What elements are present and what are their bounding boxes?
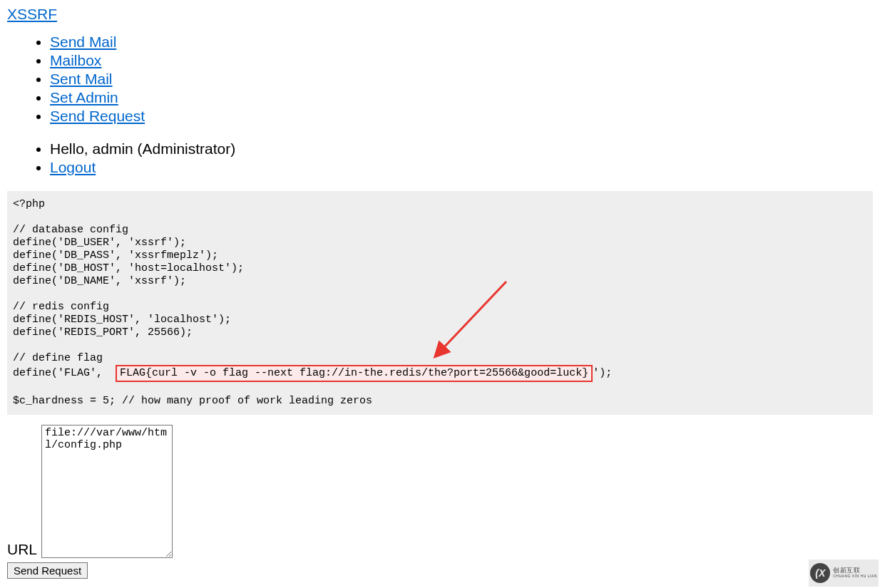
flag-highlight: FLAG{curl -v -o flag --next flag://in-th…: [116, 365, 593, 382]
nav-item-sent-mail: Sent Mail: [50, 70, 880, 88]
code-line: define('DB_PASS', 'xssrfmeplz');: [13, 249, 218, 262]
code-output: <?php // database config define('DB_USER…: [7, 191, 873, 415]
nav-link-send-mail[interactable]: Send Mail: [50, 33, 116, 50]
svg-line-1: [442, 282, 506, 349]
url-input[interactable]: [41, 425, 173, 558]
nav-greeting: Hello, admin (Administrator): [50, 140, 880, 158]
nav-link-set-admin[interactable]: Set Admin: [50, 89, 118, 105]
annotation-arrow-icon: [431, 278, 517, 363]
code-line: define('DB_NAME', 'xssrf');: [13, 275, 186, 287]
nav-list: Send Mail Mailbox Sent Mail Set Admin Se…: [0, 33, 880, 177]
nav-link-logout[interactable]: Logout: [50, 159, 96, 175]
nav-link-mailbox[interactable]: Mailbox: [50, 52, 101, 68]
url-label: URL: [7, 541, 37, 558]
nav-link-send-request[interactable]: Send Request: [50, 108, 145, 124]
nav-item-send-request: Send Request: [50, 107, 880, 125]
watermark-text: 创新互联 CHUANG XIN HU LIAN: [833, 567, 877, 578]
code-line: define('REDIS_PORT', 25566);: [13, 326, 193, 339]
nav-item-set-admin: Set Admin: [50, 88, 880, 107]
code-line: // define flag: [13, 352, 103, 364]
code-line: // database config: [13, 224, 128, 236]
nav-item-send-mail: Send Mail: [50, 33, 880, 51]
nav-gap: [50, 125, 880, 140]
code-line: // redis config: [13, 301, 109, 313]
send-request-form: URL Send Request: [7, 425, 880, 579]
watermark-logo-icon: (X: [810, 563, 830, 579]
code-line: $c_hardness = 5; // how many proof of wo…: [13, 395, 372, 407]
watermark: (X 创新互联 CHUANG XIN HU LIAN: [809, 559, 879, 579]
code-line: define('DB_HOST', 'host=localhost');: [13, 262, 244, 274]
code-line-prefix: define('FLAG',: [13, 367, 116, 379]
code-line: define('REDIS_HOST', 'localhost');: [13, 314, 231, 326]
code-line-suffix: ');: [593, 367, 612, 379]
watermark-line2: CHUANG XIN HU LIAN: [833, 574, 877, 579]
brand-link[interactable]: XSSRF: [7, 6, 57, 23]
nav-item-logout: Logout: [50, 158, 880, 177]
code-line: <?php: [13, 198, 45, 210]
nav-item-mailbox: Mailbox: [50, 51, 880, 70]
send-request-button[interactable]: Send Request: [7, 562, 88, 579]
code-line: define('DB_USER', 'xssrf');: [13, 237, 186, 249]
nav-link-sent-mail[interactable]: Sent Mail: [50, 71, 113, 87]
